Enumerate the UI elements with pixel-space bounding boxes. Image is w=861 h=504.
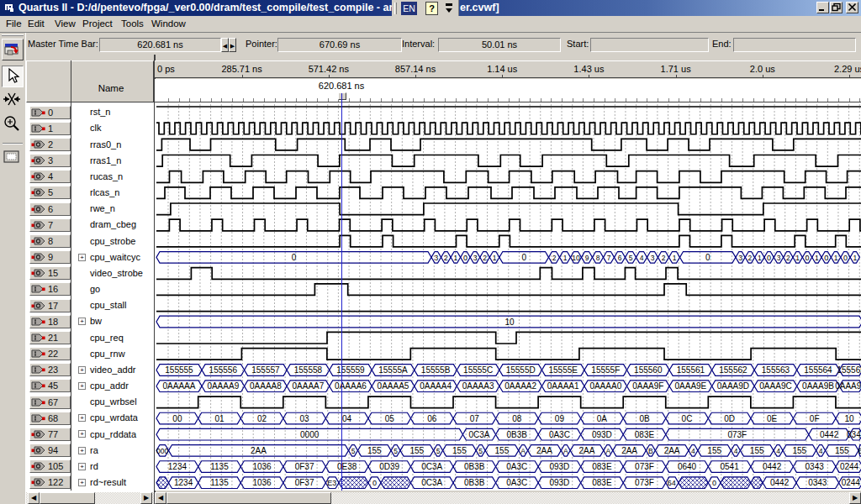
svg-text:0: 0 bbox=[767, 254, 771, 262]
svg-text:155557: 155557 bbox=[251, 365, 280, 375]
svg-text:7: 7 bbox=[607, 254, 611, 262]
svg-text:07: 07 bbox=[470, 414, 480, 423]
svg-text:0C: 0C bbox=[682, 414, 693, 423]
svg-text:155: 155 bbox=[792, 446, 806, 455]
svg-text:0: 0 bbox=[712, 479, 716, 487]
svg-text:0AAAA6: 0AAAA6 bbox=[335, 381, 367, 391]
svg-text:0: 0 bbox=[292, 253, 297, 262]
svg-text:0A3C: 0A3C bbox=[506, 462, 527, 471]
svg-text:0AAA9C: 0AAA9C bbox=[759, 381, 791, 391]
svg-text:2AA: 2AA bbox=[664, 446, 680, 455]
svg-text:0541: 0541 bbox=[720, 462, 739, 471]
svg-text:0AAAA0: 0AAAA0 bbox=[589, 381, 621, 391]
svg-text:E: E bbox=[858, 447, 861, 455]
svg-text:15555B: 15555B bbox=[421, 365, 451, 375]
svg-text:155556: 155556 bbox=[209, 365, 238, 375]
svg-text:3: 3 bbox=[777, 254, 781, 262]
svg-text:0343: 0343 bbox=[847, 430, 861, 439]
svg-text:A: A bbox=[520, 447, 526, 455]
svg-text:155: 155 bbox=[495, 446, 510, 455]
svg-text:0C3A: 0C3A bbox=[421, 462, 442, 471]
svg-text:2AA: 2AA bbox=[579, 446, 595, 455]
svg-text:5: 5 bbox=[394, 447, 398, 455]
svg-text:B: B bbox=[648, 447, 653, 455]
svg-text:0343: 0343 bbox=[806, 462, 825, 471]
svg-text:2: 2 bbox=[552, 254, 557, 262]
svg-text:0AAA9B: 0AAA9B bbox=[802, 381, 834, 391]
svg-text:15555F: 15555F bbox=[591, 365, 620, 375]
svg-text:0B3B: 0B3B bbox=[464, 462, 485, 471]
svg-text:0E: 0E bbox=[767, 414, 778, 423]
svg-text:0: 0 bbox=[705, 253, 710, 262]
svg-text:083E: 083E bbox=[592, 462, 612, 471]
svg-text:E3: E3 bbox=[327, 479, 336, 487]
svg-text:1: 1 bbox=[853, 254, 857, 262]
svg-text:2: 2 bbox=[662, 254, 666, 262]
svg-text:155: 155 bbox=[367, 446, 382, 455]
svg-text:155558: 155558 bbox=[294, 365, 323, 375]
svg-text:0B: 0B bbox=[639, 414, 650, 423]
svg-text:3: 3 bbox=[434, 254, 438, 262]
svg-text:0640: 0640 bbox=[678, 462, 697, 471]
svg-text:A: A bbox=[605, 447, 610, 455]
svg-text:8: 8 bbox=[596, 254, 600, 262]
svg-text:073F: 073F bbox=[635, 478, 654, 487]
svg-text:0F37: 0F37 bbox=[295, 478, 314, 487]
svg-text:0AAA9A: 0AAA9A bbox=[835, 381, 861, 391]
svg-text:093D: 093D bbox=[549, 462, 569, 471]
svg-text:0C3A: 0C3A bbox=[421, 478, 442, 487]
svg-text:0442: 0442 bbox=[770, 478, 790, 487]
svg-text:0AAA9D: 0AAA9D bbox=[717, 381, 749, 391]
svg-text:2: 2 bbox=[444, 254, 448, 262]
svg-text:0D39: 0D39 bbox=[379, 462, 399, 471]
svg-text:0F37: 0F37 bbox=[295, 462, 314, 471]
svg-text:0B3B: 0B3B bbox=[464, 478, 485, 487]
svg-text:0AAAA1: 0AAAA1 bbox=[547, 381, 579, 391]
svg-text:0442: 0442 bbox=[820, 430, 839, 439]
svg-text:2: 2 bbox=[748, 254, 753, 262]
svg-text:3: 3 bbox=[651, 254, 655, 262]
svg-text:2AA: 2AA bbox=[536, 446, 552, 455]
svg-text:5: 5 bbox=[629, 254, 633, 262]
svg-text:1: 1 bbox=[563, 254, 568, 262]
svg-text:3: 3 bbox=[473, 254, 478, 262]
svg-text:4: 4 bbox=[691, 447, 695, 455]
svg-text:1036: 1036 bbox=[252, 462, 272, 471]
svg-text:4: 4 bbox=[819, 447, 823, 455]
svg-text:083E: 083E bbox=[635, 430, 655, 439]
svg-text:03: 03 bbox=[300, 414, 310, 423]
svg-text:15555D: 15555D bbox=[506, 365, 536, 375]
svg-text:0AAAA5: 0AAAA5 bbox=[378, 381, 409, 391]
svg-text:155: 155 bbox=[452, 446, 467, 455]
svg-text:0C3A: 0C3A bbox=[468, 430, 489, 439]
svg-text:5: 5 bbox=[478, 447, 483, 455]
svg-text:0E38: 0E38 bbox=[337, 462, 357, 471]
svg-text:0B3B: 0B3B bbox=[507, 430, 528, 439]
svg-text:0AAAA9: 0AAAA9 bbox=[207, 381, 239, 391]
svg-text:083E: 083E bbox=[592, 478, 612, 487]
svg-text:9: 9 bbox=[585, 254, 589, 262]
svg-text:2: 2 bbox=[786, 254, 790, 262]
svg-text:10: 10 bbox=[572, 254, 580, 262]
svg-text:155: 155 bbox=[707, 446, 721, 455]
svg-text:0: 0 bbox=[521, 253, 526, 262]
svg-text:4: 4 bbox=[640, 254, 644, 262]
svg-text:15555A: 15555A bbox=[378, 365, 408, 375]
svg-text:2AA: 2AA bbox=[621, 446, 637, 455]
svg-text:00: 00 bbox=[172, 414, 182, 423]
svg-text:10: 10 bbox=[844, 414, 854, 423]
svg-text:02: 02 bbox=[257, 414, 267, 423]
svg-text:155560: 155560 bbox=[634, 365, 663, 375]
svg-text:0AAAA3: 0AAAA3 bbox=[462, 381, 494, 391]
svg-text:0A3C: 0A3C bbox=[549, 430, 570, 439]
svg-text:0AAAA7: 0AAAA7 bbox=[292, 381, 324, 391]
svg-text:000: 000 bbox=[156, 447, 168, 455]
svg-text:073F: 073F bbox=[727, 430, 747, 439]
svg-text:0: 0 bbox=[463, 254, 467, 262]
svg-text:1: 1 bbox=[834, 254, 838, 262]
svg-text:0: 0 bbox=[372, 479, 377, 487]
svg-text:155564: 155564 bbox=[804, 365, 832, 375]
svg-text:0AAAA2: 0AAAA2 bbox=[504, 381, 536, 391]
svg-text:1234: 1234 bbox=[174, 478, 193, 487]
svg-text:A: A bbox=[563, 447, 568, 455]
